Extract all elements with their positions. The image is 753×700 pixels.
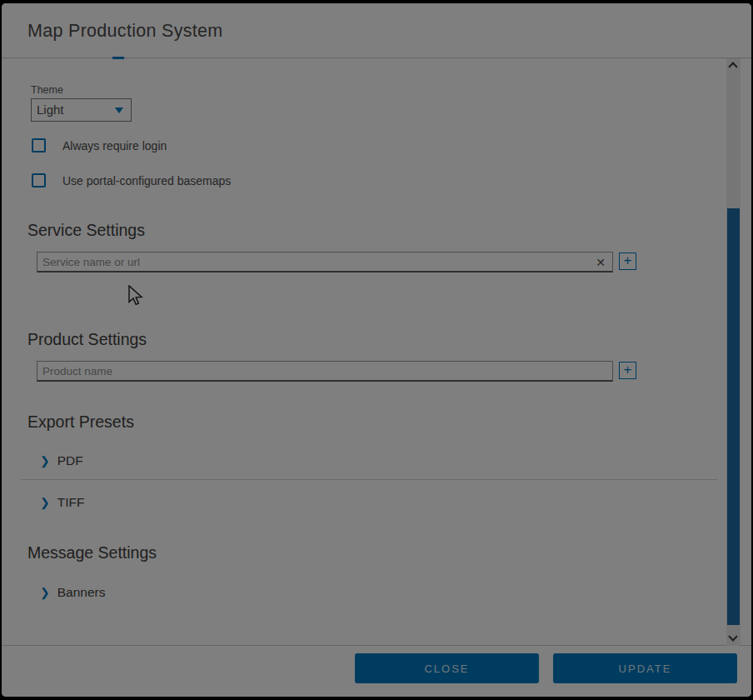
theme-select-value: Light: [37, 99, 64, 121]
preset-row-pdf[interactable]: ❯ PDF: [40, 452, 83, 470]
chevron-right-icon: ❯: [40, 496, 50, 509]
service-settings-heading: Service Settings: [27, 221, 145, 240]
app-window: Map Production System Theme Light Always…: [0, 0, 753, 700]
product-name-input[interactable]: [37, 361, 613, 382]
scroll-down-button[interactable]: [726, 632, 741, 646]
mouse-cursor-icon: [127, 285, 143, 308]
banners-row[interactable]: ❯ Banners: [40, 583, 105, 602]
scrolled-control-edge: [112, 57, 124, 59]
update-button[interactable]: UPDATE: [553, 653, 737, 683]
chevron-right-icon: ❯: [40, 454, 50, 468]
theme-select[interactable]: Light: [31, 98, 132, 122]
dialog-title: Map Production System: [27, 3, 223, 58]
dialog-header: Map Production System: [2, 3, 751, 58]
preset-row-tiff[interactable]: ❯ TIFF: [40, 493, 84, 512]
preset-label: TIFF: [57, 495, 85, 510]
add-service-button[interactable]: +: [619, 252, 636, 270]
chevron-down-icon: [728, 632, 737, 641]
preset-label: PDF: [57, 453, 83, 468]
portal-basemaps-checkbox[interactable]: [32, 173, 46, 188]
banners-label: Banners: [57, 585, 106, 600]
portal-basemaps-label[interactable]: Use portal-configured basemaps: [62, 174, 231, 188]
scrollbar-thumb[interactable]: [727, 208, 740, 625]
always-require-login-label[interactable]: Always require login: [62, 139, 167, 152]
row-divider: [21, 479, 717, 480]
service-name-input[interactable]: [37, 252, 613, 272]
theme-label: Theme: [31, 84, 63, 96]
export-presets-heading: Export Presets: [27, 412, 134, 432]
settings-dialog: Map Production System Theme Light Always…: [2, 3, 751, 697]
clear-icon[interactable]: ✕: [593, 254, 608, 271]
scrollbar-track[interactable]: [726, 58, 741, 646]
dialog-footer: CLOSE UPDATE: [2, 645, 751, 697]
always-require-login-checkbox[interactable]: [32, 138, 46, 152]
chevron-up-icon: [728, 62, 737, 71]
close-button[interactable]: CLOSE: [355, 653, 539, 683]
product-settings-heading: Product Settings: [27, 330, 147, 349]
message-settings-heading: Message Settings: [27, 543, 157, 562]
dropdown-caret-icon: [115, 108, 123, 113]
scroll-up-button[interactable]: [726, 58, 741, 72]
add-product-button[interactable]: +: [619, 362, 636, 379]
chevron-right-icon: ❯: [40, 586, 50, 599]
